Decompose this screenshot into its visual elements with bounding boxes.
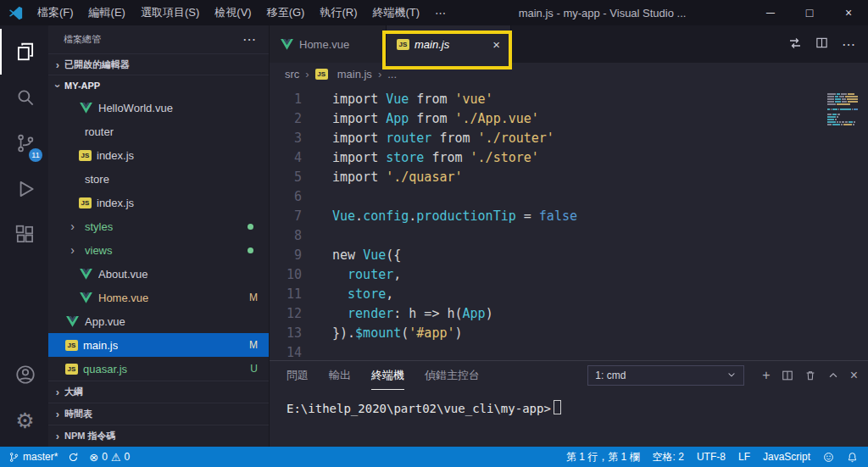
minimap-line <box>827 114 858 115</box>
cursor-position[interactable]: 第 1 行，第 1 欄 <box>566 450 640 464</box>
minimap-line <box>827 96 858 97</box>
activity-bar-bottom: ⚙ <box>0 352 48 447</box>
file-label: About.vue <box>98 268 148 281</box>
breadcrumb-main-js[interactable]: JSmain.js <box>315 68 372 81</box>
panel-tab-debug-console[interactable]: 偵錯主控台 <box>425 361 480 390</box>
source-control-badge: 11 <box>29 148 42 162</box>
git-branch-icon <box>8 452 19 463</box>
minimize-button[interactable]: ─ <box>751 0 790 25</box>
code-content: import Vue from 'vue'import App from './… <box>317 85 868 360</box>
branch-status[interactable]: master* <box>8 451 58 463</box>
tree-item-index-js[interactable]: JSindex.js <box>48 143 269 167</box>
project-section[interactable]: › MY-APP <box>48 75 269 96</box>
tree-item-app-vue[interactable]: App.vue <box>48 309 269 333</box>
activity-explorer[interactable] <box>0 29 48 75</box>
menu-bar: 檔案(F)編輯(E)選取項目(S)檢視(V)移至(G)執行(R)終端機(T)⋯ <box>30 0 453 25</box>
sidebar-section-outline[interactable]: ›大綱 <box>48 381 269 403</box>
chevron-right-icon: › <box>65 220 80 233</box>
tree-item-quasar-js[interactable]: JSquasar.jsU <box>48 357 269 381</box>
more-actions-icon[interactable]: ⋯ <box>842 36 856 53</box>
close-panel-icon[interactable]: × <box>850 369 858 382</box>
chevron-down-icon <box>726 370 737 382</box>
menu-selection[interactable]: 選取項目(S) <box>133 5 207 20</box>
activity-source-control[interactable]: 11 <box>0 120 48 166</box>
split-editor-icon[interactable] <box>815 36 828 52</box>
kill-terminal-icon[interactable] <box>804 370 816 381</box>
tree-item-router[interactable]: router <box>48 120 269 143</box>
tree-item-index-js[interactable]: JSindex.js <box>48 191 269 214</box>
file-label: HelloWorld.vue <box>98 102 173 114</box>
git-status-badge: U <box>250 363 258 375</box>
close-icon[interactable]: × <box>492 37 500 52</box>
tree-item-about-vue[interactable]: About.vue <box>48 262 269 286</box>
sync-status[interactable] <box>68 452 79 463</box>
activity-extensions[interactable] <box>0 212 48 258</box>
tab-home-vue[interactable]: Home.vue <box>270 25 387 63</box>
panel-tab-output[interactable]: 輸出 <box>329 361 351 390</box>
problems-status[interactable]: ⊗ 0 ⚠ 0 <box>89 451 130 463</box>
tree-item-home-vue[interactable]: Home.vueM <box>48 286 269 309</box>
menu-terminal[interactable]: 終端機(T) <box>364 5 427 20</box>
chevron-right-icon: › <box>51 430 64 442</box>
file-label: main.js <box>83 339 118 352</box>
menu-view[interactable]: 檢視(V) <box>207 5 259 20</box>
minimap-line <box>827 103 858 105</box>
activity-bar: 11 ⚙ <box>0 25 48 447</box>
terminal-output[interactable]: E:\ithelp_2020\part02\vue_cli\my-app> <box>270 390 868 447</box>
activity-settings[interactable]: ⚙ <box>0 398 48 443</box>
tab-main-js[interactable]: JSmain.js× <box>387 25 511 63</box>
activity-bar-top: 11 <box>0 29 48 258</box>
activity-run-debug[interactable] <box>0 166 48 212</box>
tree-item-views[interactable]: ›views <box>48 238 269 262</box>
sidebar-section-timeline[interactable]: ›時間表 <box>48 403 269 425</box>
split-terminal-icon[interactable] <box>782 370 793 381</box>
line-number: 1 <box>270 90 302 109</box>
breadcrumbs: src›JSmain.js›... <box>270 63 868 85</box>
warning-count: 0 <box>125 451 131 463</box>
minimap-line <box>827 116 858 118</box>
more-actions-icon[interactable]: ⋯ <box>242 31 257 47</box>
breadcrumb-[interactable]: ... <box>387 68 397 81</box>
status-bar-left: master* ⊗ 0 ⚠ 0 <box>8 451 130 463</box>
encoding[interactable]: UTF-8 <box>697 451 726 463</box>
maximize-button[interactable]: □ <box>790 0 829 25</box>
panel-tab-terminal[interactable]: 終端機 <box>371 361 404 390</box>
menu-more[interactable]: ⋯ <box>427 7 453 19</box>
minimap[interactable] <box>827 93 858 128</box>
minimap-line <box>827 126 858 128</box>
window-title: main.js - my-app - Visual Studio ... <box>453 7 751 19</box>
eol-selector[interactable]: LF <box>738 451 750 463</box>
close-button[interactable]: × <box>829 0 868 25</box>
tree-item-main-js[interactable]: JSmain.jsM <box>48 333 269 357</box>
open-editors-label: 已開啟的編輯器 <box>64 58 130 71</box>
code-line: import router from './router' <box>332 129 868 148</box>
sidebar-section-npm-scripts[interactable]: ›NPM 指令碼 <box>48 425 269 447</box>
open-changes-icon[interactable] <box>788 36 802 53</box>
terminal-selector[interactable]: 1: cmd <box>587 365 744 386</box>
menu-run[interactable]: 執行(R) <box>312 5 364 20</box>
language-mode[interactable]: JavaScript <box>763 451 810 463</box>
activity-search[interactable] <box>0 75 48 120</box>
panel-tab-problems[interactable]: 問題 <box>287 361 309 390</box>
code-editor[interactable]: 1234567891011121314 import Vue from 'vue… <box>270 85 868 360</box>
menu-go[interactable]: 移至(G) <box>259 5 313 20</box>
menu-file[interactable]: 檔案(F) <box>30 5 81 20</box>
git-status-badge: M <box>249 339 258 351</box>
minimap-line <box>827 108 858 110</box>
activity-account[interactable] <box>0 352 48 398</box>
tree-item-helloworld-vue[interactable]: HelloWorld.vue <box>48 96 269 120</box>
menu-edit[interactable]: 編輯(E) <box>81 5 133 20</box>
notifications-bell-icon[interactable] <box>847 452 858 463</box>
tree-item-styles[interactable]: ›styles <box>48 214 269 238</box>
indentation[interactable]: 空格: 2 <box>653 450 684 464</box>
title-bar: 檔案(F)編輯(E)選取項目(S)檢視(V)移至(G)執行(R)終端機(T)⋯ … <box>0 0 868 25</box>
vscode-window: 檔案(F)編輯(E)選取項目(S)檢視(V)移至(G)執行(R)終端機(T)⋯ … <box>0 0 868 467</box>
open-editors-section[interactable]: › 已開啟的編輯器 <box>48 53 269 75</box>
breadcrumb-src[interactable]: src <box>285 68 299 81</box>
maximize-panel-icon[interactable] <box>827 370 839 381</box>
new-terminal-icon[interactable]: + <box>762 369 770 382</box>
tree-item-store[interactable]: store <box>48 167 269 191</box>
feedback-icon[interactable] <box>823 452 834 463</box>
section-label: NPM 指令碼 <box>64 430 116 442</box>
minimap-line <box>827 101 858 103</box>
